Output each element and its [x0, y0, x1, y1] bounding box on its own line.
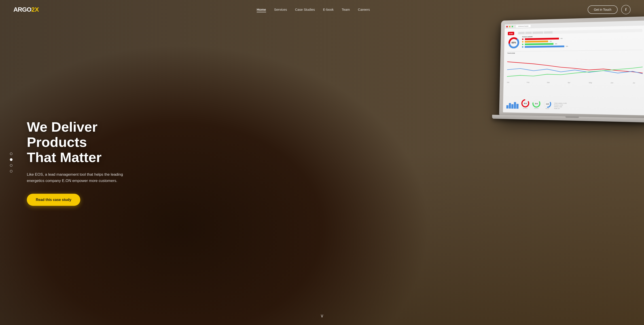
nav-item-ebook[interactable]: E-book: [323, 7, 334, 12]
bar-label: 38%: [555, 43, 557, 44]
bar-fill: [525, 38, 559, 40]
get-in-touch-button[interactable]: Get in Touch: [588, 5, 618, 14]
slide-indicators: [10, 152, 12, 173]
donut-chart: 66%: [508, 36, 520, 49]
screen-toolbar: [518, 29, 642, 35]
logo: ARGO 2X: [14, 6, 39, 13]
nav-item-services[interactable]: Services: [274, 7, 287, 12]
hero-title-line1: We Deliver Products: [27, 119, 98, 150]
nav-link-ebook[interactable]: E-book: [323, 7, 334, 11]
svg-text:23.6: 23.6: [535, 103, 538, 104]
stat-circle-2: 23.6 Otevřené: [532, 99, 541, 109]
stat-donut-3: 4.15: [543, 100, 552, 108]
navigation: ARGO 2X Home Services Case Studies E-boo…: [0, 0, 644, 19]
mini-bar: [506, 105, 508, 109]
line-chart-svg: Jan Feb Mar Apr May Jun Jul: [507, 53, 643, 86]
laptop-screen: Vyhodnocení Kampaní e·on: [503, 20, 644, 115]
nav-links: Home Services Case Studies E-book Team C…: [257, 7, 370, 12]
toolbar-btn: [532, 31, 543, 34]
slide-indicator-2[interactable]: [10, 158, 12, 161]
nav-right: Get in Touch f: [588, 5, 630, 14]
bar-label: 52%: [566, 46, 568, 47]
svg-text:Feb: Feb: [526, 82, 529, 83]
hero-section: Vyhodnocení Kampaní e·on: [0, 0, 644, 325]
mini-bar: [516, 104, 518, 109]
laptop-mockup: Vyhodnocení Kampaní e·on: [499, 16, 644, 133]
nav-link-services[interactable]: Services: [274, 7, 287, 11]
bar-chart-area: Přehled výsledků 45% 3: [522, 34, 642, 50]
screen-bottom-stats: 99.9 Doručené 23.6: [506, 99, 643, 111]
svg-text:66%: 66%: [512, 41, 516, 44]
stat-circle-3: 4.15 Kliknutí: [543, 100, 552, 109]
nav-item-home[interactable]: Home: [257, 7, 266, 12]
toolbar-btn: [526, 32, 532, 34]
nav-link-team[interactable]: Team: [342, 7, 350, 11]
svg-text:99.9: 99.9: [524, 103, 527, 104]
toolbar-btn: [518, 32, 524, 34]
nav-link-careers[interactable]: Careers: [358, 7, 370, 11]
nav-item-careers[interactable]: Careers: [358, 7, 370, 12]
svg-text:May: May: [589, 82, 592, 84]
hero-content: We Deliver Products That Matter Like EOS…: [27, 119, 152, 206]
donut-svg: 66%: [508, 36, 520, 49]
slide-indicator-4[interactable]: [10, 170, 12, 173]
hero-subtitle: Like EOS, a lead management tool that he…: [27, 171, 134, 184]
laptop-notch: [566, 116, 579, 118]
extra-stats-text: Celkem odesláno: 12,450 Doručeno: 12,434…: [554, 102, 643, 111]
svg-line-4: [507, 62, 643, 63]
bar-label: 30%: [550, 41, 552, 42]
mini-bar: [512, 104, 514, 109]
svg-text:Jul: Jul: [633, 82, 635, 84]
toolbar-btn: [544, 31, 552, 34]
facebook-button[interactable]: f: [621, 5, 630, 14]
logo-argo-text: ARGO: [14, 6, 31, 13]
bar-fill: [525, 45, 564, 48]
bar-label: 45%: [560, 38, 562, 39]
svg-text:Apr: Apr: [568, 82, 570, 84]
screen-dot-yellow: [509, 26, 510, 27]
svg-line-6: [507, 76, 643, 77]
bar-fill: [525, 43, 554, 45]
slide-indicator-1[interactable]: [10, 152, 12, 155]
stat-circle-1: 99.9 Doručené: [521, 99, 530, 109]
slide-indicator-3[interactable]: [10, 164, 12, 167]
stat-donut-2: 23.6: [532, 99, 541, 108]
nav-item-team[interactable]: Team: [342, 7, 350, 12]
screen-inner: e·on: [505, 27, 644, 113]
svg-text:Jan: Jan: [507, 82, 510, 83]
bar-rows: 45% 30% 38%: [522, 36, 643, 48]
bar-fill: [525, 40, 548, 43]
nav-link-case-studies[interactable]: Case Studies: [295, 7, 315, 11]
nav-item-case-studies[interactable]: Case Studies: [295, 7, 315, 12]
stat-donut-1: 99.9: [521, 99, 530, 108]
laptop-body: Vyhodnocení Kampaní e·on: [499, 16, 644, 118]
eon-logo: e·on: [508, 32, 514, 35]
logo-suffix: 2X: [31, 6, 39, 13]
svg-text:Jun: Jun: [611, 82, 613, 84]
mini-bars: [506, 101, 518, 109]
svg-text:4.15: 4.15: [546, 103, 549, 105]
bar-color-indicator: [522, 44, 524, 45]
screen-dot-green: [512, 26, 513, 27]
case-study-button[interactable]: Read this case study: [27, 194, 80, 206]
scroll-down-button[interactable]: ∨: [320, 313, 324, 319]
scroll-down-icon: ∨: [320, 313, 324, 319]
hero-title: We Deliver Products That Matter: [27, 119, 152, 165]
nav-link-home[interactable]: Home: [257, 7, 266, 12]
screen-content: Vyhodnocení Kampaní e·on: [503, 20, 644, 115]
mini-bar: [509, 103, 511, 109]
hero-title-line2: That Matter: [27, 150, 102, 165]
svg-text:Mar: Mar: [547, 82, 550, 84]
bar-color-indicator: [522, 46, 524, 48]
screen-tab: Vyhodnocení Kampaní: [516, 24, 531, 27]
bar-color-indicator: [522, 39, 524, 40]
mini-bar: [514, 102, 516, 109]
bar-color-indicator: [522, 41, 524, 42]
line-chart-area: Trend vývoje: [507, 51, 643, 83]
screen-dot-red: [506, 26, 508, 27]
